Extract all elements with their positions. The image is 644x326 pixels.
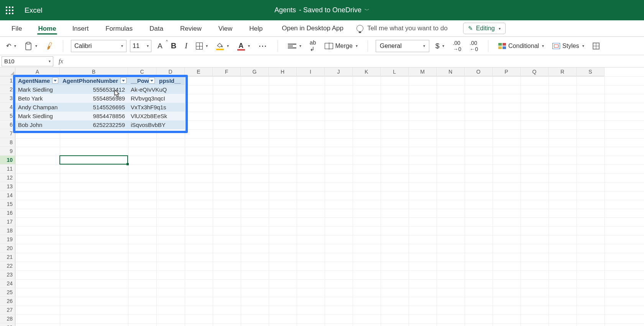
row-header[interactable]: 9 — [0, 147, 15, 156]
tab-help[interactable]: Help — [241, 21, 271, 36]
paste-button[interactable]: ▾ — [22, 40, 39, 52]
column-header[interactable]: K — [353, 68, 381, 76]
column-header[interactable]: B — [60, 68, 128, 76]
conditional-formatting-button[interactable]: Conditional▾ — [496, 41, 546, 51]
tab-file[interactable]: File — [3, 21, 30, 36]
format-painter-button[interactable]: 🖌 — [43, 40, 55, 52]
column-header[interactable]: P — [493, 68, 521, 76]
fill-handle[interactable] — [127, 163, 129, 165]
formula-bar[interactable] — [67, 56, 644, 66]
row-header[interactable]: 25 — [0, 288, 15, 297]
column-header[interactable]: S — [577, 68, 605, 76]
name-box[interactable]: B10▾ — [2, 56, 53, 66]
font-color-button[interactable]: A ▾ — [235, 40, 252, 51]
wrap-text-button[interactable]: ab↲ — [307, 38, 319, 54]
row-header[interactable]: 23 — [0, 270, 15, 279]
cell-powerapps-id[interactable]: RVbvgq3nqcI — [129, 94, 167, 102]
cell-agent-phone[interactable]: 5145526695 — [60, 103, 127, 111]
cell-agent-phone[interactable]: 9854478856 — [60, 112, 127, 120]
tell-me-search[interactable]: Tell me what you want to do — [350, 25, 454, 32]
bold-button[interactable]: B — [169, 40, 179, 52]
open-in-desktop-button[interactable]: Open in Desktop App — [275, 21, 350, 36]
row-header[interactable]: 3 — [0, 94, 15, 103]
column-header[interactable]: L — [381, 68, 409, 76]
font-name-select[interactable]: Calibri▾ — [71, 40, 127, 52]
row-header[interactable]: 5 — [0, 112, 15, 120]
column-header[interactable]: N — [437, 68, 465, 76]
column-header[interactable]: E — [185, 68, 213, 76]
merge-button[interactable]: Merge▾ — [322, 41, 360, 51]
chevron-down-icon[interactable]: ﹀ — [365, 7, 370, 14]
tab-data[interactable]: Data — [141, 21, 172, 36]
row-header[interactable]: 28 — [0, 314, 15, 323]
cell-agent-phone[interactable]: 5556532412 — [60, 86, 127, 94]
row-header[interactable]: 16 — [0, 209, 15, 217]
styles-button[interactable]: Styles▾ — [550, 41, 586, 51]
document-title[interactable]: Agents — [274, 6, 296, 14]
column-header[interactable]: I — [297, 68, 325, 76]
row-header[interactable]: 2 — [0, 85, 15, 94]
column-header[interactable]: O — [465, 68, 493, 76]
fx-icon[interactable]: fx — [55, 58, 67, 65]
row-header[interactable]: 12 — [0, 173, 15, 182]
currency-button[interactable]: $▾ — [433, 40, 447, 52]
row-header[interactable]: 19 — [0, 235, 15, 244]
row-header[interactable]: 14 — [0, 191, 15, 200]
cells-viewport[interactable]: AgentNameAgentPhoneNumber__PoweppsId__Ma… — [15, 76, 644, 326]
row-header[interactable]: 26 — [0, 297, 15, 306]
cell-powerapps-id[interactable]: iSqvosBvbBY — [129, 121, 167, 129]
borders-button[interactable]: ▾ — [194, 41, 210, 51]
column-header[interactable]: A — [15, 68, 60, 76]
row-header[interactable]: 22 — [0, 262, 15, 270]
column-header[interactable]: M — [409, 68, 437, 76]
row-header[interactable]: 15 — [0, 200, 15, 209]
cell-agent-name[interactable]: Andy Champan — [16, 103, 59, 111]
worksheet-area[interactable]: ABCDEFGHIJKLMNOPQRS 12345678910111213141… — [0, 68, 644, 326]
column-header[interactable]: H — [269, 68, 297, 76]
column-header[interactable]: D — [156, 68, 185, 76]
tab-view[interactable]: View — [210, 21, 241, 36]
row-header[interactable]: 20 — [0, 244, 15, 253]
row-headers[interactable]: 1234567891011121314151617181920212223242… — [0, 76, 15, 326]
row-header[interactable]: 29 — [0, 323, 15, 326]
row-header[interactable]: 13 — [0, 182, 15, 191]
decrease-decimal-button[interactable]: .00←0 — [467, 38, 480, 54]
filter-button[interactable] — [149, 77, 155, 84]
align-button[interactable]: ▾ — [286, 42, 304, 50]
more-font-button[interactable]: ⋯ — [256, 43, 270, 49]
column-header[interactable]: G — [241, 68, 269, 76]
cell-agent-name[interactable]: Mark Siedling — [16, 86, 54, 94]
row-header[interactable]: 27 — [0, 306, 15, 314]
cell-agent-name[interactable]: Mark Siedling — [16, 112, 54, 120]
undo-button[interactable]: ↶▾ — [4, 41, 18, 51]
row-header[interactable]: 10 — [0, 156, 15, 165]
column-headers[interactable]: ABCDEFGHIJKLMNOPQRS — [15, 68, 644, 76]
column-header[interactable]: C — [128, 68, 156, 76]
app-launcher-icon[interactable] — [0, 0, 19, 20]
cell-powerapps-id[interactable]: VlUX2b8EeSk — [129, 112, 169, 120]
row-header[interactable]: 11 — [0, 165, 15, 173]
filter-button[interactable] — [52, 77, 58, 84]
column-header[interactable]: Q — [521, 68, 549, 76]
row-header[interactable]: 21 — [0, 253, 15, 262]
number-format-select[interactable]: General▾ — [376, 40, 429, 52]
column-header[interactable]: F — [213, 68, 241, 76]
cell-agent-name[interactable]: Bob John — [16, 121, 44, 129]
mode-editing-dropdown[interactable]: ✎ Editing ▾ — [463, 23, 506, 34]
cell-powerapps-id[interactable]: VxTx3hF9q1s — [129, 103, 168, 111]
row-header[interactable]: 6 — [0, 120, 15, 129]
row-header[interactable]: 8 — [0, 138, 15, 147]
row-header[interactable]: 17 — [0, 217, 15, 226]
increase-decimal-button[interactable]: .00→0 — [450, 38, 463, 54]
insert-cells-button[interactable] — [590, 41, 602, 51]
filter-button[interactable] — [120, 77, 127, 84]
select-all-button[interactable] — [0, 68, 15, 76]
italic-button[interactable]: I — [182, 40, 190, 52]
cell-agent-phone[interactable]: 5554856989 — [60, 94, 127, 102]
cell-powerapps-id[interactable]: Ak-eQIvVKuQ — [129, 86, 168, 94]
row-header[interactable]: 1 — [0, 76, 15, 85]
cell-agent-name[interactable]: Beto Yark — [16, 94, 44, 102]
row-header[interactable]: 4 — [0, 103, 15, 112]
row-header[interactable]: 18 — [0, 226, 15, 235]
fill-color-button[interactable]: ▾ — [214, 41, 231, 51]
